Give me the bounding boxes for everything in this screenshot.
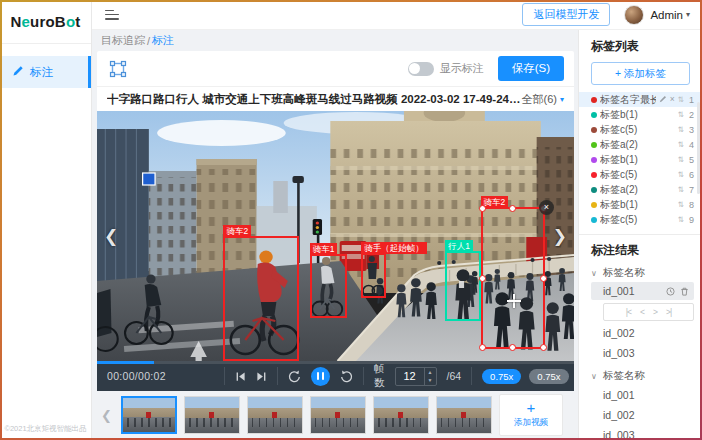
forward-10s-icon[interactable] xyxy=(340,370,353,383)
tag-list-item[interactable]: 标签c(5) ⇅ 6 xyxy=(579,167,702,182)
progress-bar[interactable] xyxy=(97,361,574,364)
back-to-model-dev-button[interactable]: 返回模型开发 xyxy=(522,3,610,26)
tag-color-dot xyxy=(591,187,597,193)
tag-color-dot xyxy=(591,202,597,208)
annotation-box-selected[interactable]: 骑车2 × xyxy=(481,207,545,349)
filmstrip-left-chevron-icon[interactable]: ❮ xyxy=(99,408,114,423)
tag-list-scrollbar[interactable] xyxy=(697,102,700,194)
logo-text: uroB xyxy=(30,13,66,30)
crosshair-cursor-icon xyxy=(507,294,521,308)
resize-handle[interactable] xyxy=(479,344,486,351)
page-next-icon[interactable]: > xyxy=(653,307,657,317)
tag-list-item[interactable]: 标签b(1) ⇅ 2 xyxy=(579,107,702,122)
resize-handle[interactable] xyxy=(479,275,486,282)
annotation-box-label: 骑车2 xyxy=(223,225,251,237)
shortcut-icon: ⇅ xyxy=(678,170,684,179)
tag-color-dot xyxy=(591,157,597,163)
player-controls: 00:00/00:02 帧数 xyxy=(97,361,574,391)
caret-down-icon: ▾ xyxy=(560,95,564,104)
pause-button[interactable] xyxy=(311,367,330,386)
video-thumbnail[interactable] xyxy=(310,396,366,434)
page-last-icon[interactable]: >| xyxy=(666,307,671,317)
result-item[interactable]: id_002 xyxy=(591,405,702,425)
video-thumbnail[interactable] xyxy=(247,396,303,434)
tag-list-item[interactable]: 标签a(2) ⇅ 4 xyxy=(579,137,702,152)
annotation-box[interactable]: 骑车1 xyxy=(310,254,347,318)
resize-handle[interactable] xyxy=(540,275,547,282)
video-thumbnail[interactable] xyxy=(184,396,240,434)
result-item[interactable]: id_001 xyxy=(591,385,702,405)
content: 目标追踪 / 标注 显示标注 保存(S) 十字 xyxy=(92,30,702,440)
frame-number-input[interactable] xyxy=(396,368,424,385)
video-stage[interactable]: ❮ ❯ 骑车2 骑车1 骑手（起始帧） 行人1 xyxy=(97,111,574,361)
next-frame-icon[interactable] xyxy=(256,371,267,382)
tag-shortcut: 2 xyxy=(687,110,696,120)
next-video-chevron-icon[interactable]: ❯ xyxy=(553,226,567,247)
result-group-header[interactable]: ∨ 标签名称 xyxy=(591,369,702,383)
tag-list-item[interactable]: 标签a(2) ⇅ 7 xyxy=(579,182,702,197)
tag-list-item[interactable]: 标签c(5) ⇅ 9 xyxy=(579,212,702,227)
tag-shortcut: 4 xyxy=(687,140,696,150)
delete-box-icon[interactable]: × xyxy=(539,200,554,215)
history-icon[interactable] xyxy=(666,287,675,296)
result-item-selected[interactable]: id_001 xyxy=(591,282,694,300)
filter-dropdown[interactable]: 全部(6) ▾ xyxy=(522,92,564,107)
page-first-icon[interactable]: |< xyxy=(626,307,631,317)
tag-list-title: 标签列表 xyxy=(591,38,702,55)
tag-shortcut: 6 xyxy=(687,170,696,180)
video-thumbnail-selected[interactable] xyxy=(121,396,177,434)
username: Admin xyxy=(650,9,683,21)
annotation-box[interactable]: 骑车2 xyxy=(223,236,299,361)
save-button[interactable]: 保存(S) xyxy=(498,56,564,81)
bounding-box-tool-icon[interactable] xyxy=(107,58,129,80)
logo-text-accent: e xyxy=(22,13,31,30)
trash-icon[interactable] xyxy=(680,287,689,296)
resize-handle[interactable] xyxy=(479,205,486,212)
tag-shortcut: 7 xyxy=(687,185,696,195)
spin-up-icon[interactable]: ▲ xyxy=(425,368,436,377)
result-group-header[interactable]: ∨ 标签名称 xyxy=(591,266,702,280)
tag-name: 标签b(1) xyxy=(600,108,675,122)
tag-name: 标签c(5) xyxy=(600,168,675,182)
add-tag-button[interactable]: + 添加标签 xyxy=(591,62,690,85)
tag-list-item[interactable]: 标签c(5) ⇅ 3 xyxy=(579,122,702,137)
speed-pill[interactable]: 0.75x xyxy=(529,369,568,384)
spin-down-icon[interactable]: ▼ xyxy=(425,376,436,385)
tag-name: 标签b(1) xyxy=(600,198,675,212)
result-item[interactable]: id_003 xyxy=(591,425,702,440)
logo-text-accent: o xyxy=(66,13,75,30)
speed-pill-active[interactable]: 0.75x xyxy=(482,369,521,384)
resize-handle[interactable] xyxy=(509,205,516,212)
edit-tag-icon[interactable] xyxy=(659,95,667,105)
sidebar: NeuroBot 标注 ©2021北京矩视智能出品 xyxy=(0,0,92,440)
shortcut-icon: ⇅ xyxy=(678,155,684,164)
show-annotation-toggle[interactable] xyxy=(408,62,434,76)
tag-list-item[interactable]: 标签b(1) ⇅ 5 xyxy=(579,152,702,167)
video-thumbnail[interactable] xyxy=(436,396,492,434)
menu-collapse-icon[interactable] xyxy=(104,8,120,22)
delete-tag-icon[interactable]: × xyxy=(670,95,675,104)
result-item[interactable]: id_003 xyxy=(591,343,702,363)
breadcrumb-current: 标注 xyxy=(152,33,174,48)
tag-color-dot xyxy=(591,127,597,133)
replay-10s-icon[interactable] xyxy=(288,370,301,383)
video-thumbnail[interactable] xyxy=(373,396,429,434)
top-header: 返回模型开发 Admin ▾ xyxy=(92,0,702,30)
page-prev-icon[interactable]: < xyxy=(640,307,644,317)
add-video-button[interactable]: + 添加视频 xyxy=(499,394,563,436)
tag-list-item[interactable]: 标签名字最长数... × ⇅ 1 xyxy=(579,92,702,107)
annotation-box[interactable]: 骑手（起始帧） xyxy=(361,253,386,298)
breadcrumb-parent[interactable]: 目标追踪 xyxy=(101,33,145,48)
annotation-box[interactable]: 行人1 xyxy=(445,251,480,321)
tag-list-item[interactable]: 标签b(1) ⇅ 8 xyxy=(579,197,702,212)
filter-label: 全部(6) xyxy=(522,92,557,107)
user-menu[interactable]: Admin ▾ xyxy=(650,9,690,21)
avatar[interactable] xyxy=(624,5,644,25)
prev-frame-icon[interactable] xyxy=(235,371,246,382)
result-item[interactable]: id_002 xyxy=(591,323,702,343)
show-annotation-label: 显示标注 xyxy=(440,61,484,76)
sidebar-item-annotate[interactable]: 标注 xyxy=(0,56,91,88)
prev-video-chevron-icon[interactable]: ❮ xyxy=(104,226,118,247)
resize-handle[interactable] xyxy=(540,344,547,351)
workspace-column: 目标追踪 / 标注 显示标注 保存(S) 十字 xyxy=(92,30,578,440)
